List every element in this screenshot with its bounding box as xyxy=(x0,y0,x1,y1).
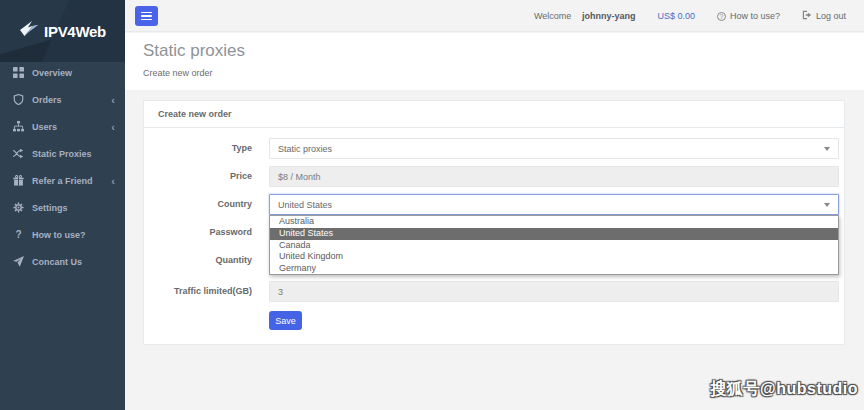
bird-icon xyxy=(19,21,40,41)
sidebar-item-orders[interactable]: Orders ‹ xyxy=(0,86,125,113)
question-circle-icon xyxy=(717,12,726,21)
sign-out-icon xyxy=(802,10,812,22)
sidebar-item-label: Settings xyxy=(32,203,68,213)
chevron-down-icon xyxy=(824,203,830,207)
type-label: Type xyxy=(144,138,252,159)
sidebar-item-label: Users xyxy=(32,122,57,132)
gift-icon xyxy=(13,175,24,186)
save-button[interactable]: Save xyxy=(269,311,302,330)
sidebar-item-concant-us[interactable]: Concant Us xyxy=(0,248,125,275)
price-label: Price xyxy=(144,166,252,187)
country-option-selected[interactable]: United States xyxy=(270,228,838,240)
paper-plane-icon xyxy=(13,256,24,267)
chevron-left-icon: ‹ xyxy=(111,121,115,132)
grid-icon xyxy=(13,67,24,78)
country-option[interactable]: Germany xyxy=(270,263,838,275)
price-value: $8 / Month xyxy=(278,172,321,182)
watermark-text: 搜狐号@hubstudio xyxy=(711,379,858,400)
breadcrumb: Create new order xyxy=(143,68,213,78)
sidebar-item-settings[interactable]: Settings xyxy=(0,194,125,221)
sidebar-item-label: How to use? xyxy=(32,230,86,240)
create-order-panel: Create new order Type Static proxies Pri… xyxy=(143,100,845,345)
shuffle-icon xyxy=(13,148,24,159)
welcome-text: Welcome johnny-yang xyxy=(534,11,635,21)
question-icon xyxy=(13,229,24,240)
country-dropdown-list: Australia United States Canada United Ki… xyxy=(269,215,839,275)
country-option[interactable]: Canada xyxy=(270,240,838,252)
chevron-left-icon: ‹ xyxy=(111,175,115,186)
gear-icon xyxy=(13,202,24,213)
country-value: United States xyxy=(278,200,332,210)
country-option[interactable]: Australia xyxy=(270,216,838,228)
how-to-use-link[interactable]: How to use? xyxy=(717,11,780,21)
logout-link[interactable]: Log out xyxy=(802,10,846,22)
country-label: Country xyxy=(144,194,252,215)
username: johnny-yang xyxy=(582,11,636,21)
welcome-prefix: Welcome xyxy=(534,11,571,21)
sidebar-item-label: Concant Us xyxy=(32,257,82,267)
sidebar-item-overview[interactable]: Overview xyxy=(0,59,125,86)
topbar-right: Welcome johnny-yang US$ 0.00 How to use?… xyxy=(512,0,846,32)
sidebar: IPV4Web Overview Orders xyxy=(0,0,125,410)
sidebar-item-how-to-use[interactable]: How to use? xyxy=(0,221,125,248)
sidebar-item-label: Static Proxies xyxy=(32,149,92,159)
sidebar-item-label: Orders xyxy=(32,95,62,105)
sidebar-item-refer-a-friend[interactable]: Refer a Friend ‹ xyxy=(0,167,125,194)
quantity-label: Quantity xyxy=(144,250,252,271)
country-select[interactable]: United States xyxy=(269,194,839,215)
page-title: Static proxies xyxy=(143,41,245,61)
type-value: Static proxies xyxy=(278,144,332,154)
chevron-down-icon xyxy=(824,147,830,151)
sidebar-item-users[interactable]: Users ‹ xyxy=(0,113,125,140)
country-option[interactable]: United Kingdom xyxy=(270,251,838,263)
traffic-limited-field: 3 xyxy=(269,281,839,302)
panel-title: Create new order xyxy=(144,101,844,128)
sidebar-item-label: Overview xyxy=(32,68,72,78)
app-window: IPV4Web Overview Orders xyxy=(0,0,864,410)
brand-name: IPV4Web xyxy=(44,23,106,40)
how-to-use-label: How to use? xyxy=(730,11,780,21)
password-label: Password xyxy=(144,222,252,243)
traffic-limited-label: Traffic limited(GB) xyxy=(144,281,252,302)
chevron-left-icon: ‹ xyxy=(111,94,115,105)
shield-icon xyxy=(13,94,24,105)
sitemap-icon xyxy=(13,121,24,132)
sidebar-item-label: Refer a Friend xyxy=(32,176,93,186)
price-field: $8 / Month xyxy=(269,166,839,187)
sidebar-toggle-button[interactable] xyxy=(135,6,158,26)
balance-link[interactable]: US$ 0.00 xyxy=(657,11,695,21)
traffic-limited-value: 3 xyxy=(278,287,283,297)
sidebar-menu: Overview Orders ‹ xyxy=(0,59,125,275)
page-heading: Static proxies Create new order xyxy=(125,33,864,90)
type-select[interactable]: Static proxies xyxy=(269,138,839,159)
sidebar-item-static-proxies[interactable]: Static Proxies xyxy=(0,140,125,167)
top-navbar: Welcome johnny-yang US$ 0.00 How to use?… xyxy=(125,0,864,32)
brand-logo[interactable]: IPV4Web xyxy=(0,0,125,62)
logout-label: Log out xyxy=(816,11,846,21)
